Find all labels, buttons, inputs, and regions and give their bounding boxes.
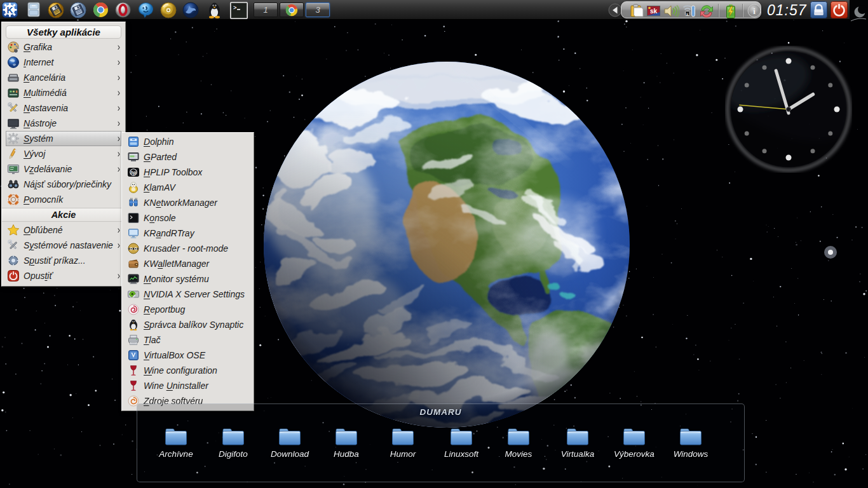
svg-text:i: i xyxy=(753,6,756,16)
svg-text:sk: sk xyxy=(650,8,658,15)
svg-text:>: > xyxy=(233,5,236,11)
svg-text:K: K xyxy=(6,5,13,15)
svg-text:a: a xyxy=(686,12,688,16)
svg-text:hp: hp xyxy=(131,170,137,175)
